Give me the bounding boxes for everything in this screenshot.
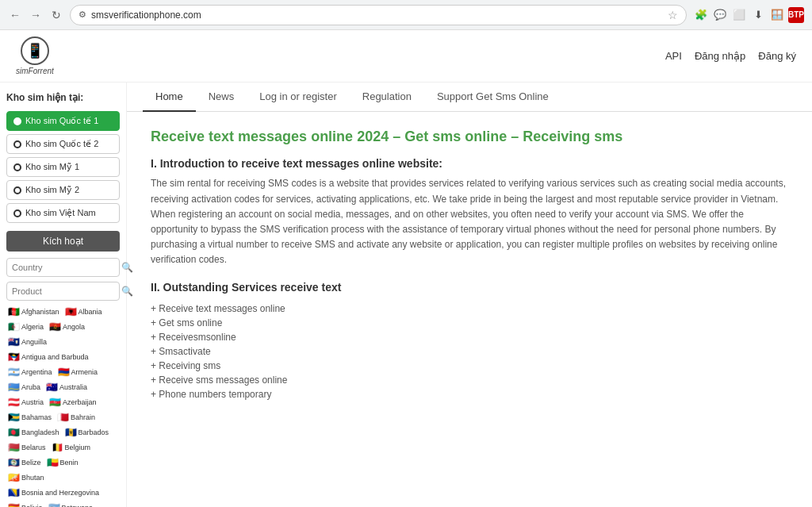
service-item: Phone numbers temporary <box>151 387 788 401</box>
flag-item[interactable]: 🇦🇲Armenia <box>56 366 100 378</box>
product-input[interactable] <box>12 286 121 296</box>
service-item: Receive sms messages online <box>151 373 788 387</box>
flag-emoji: 🇦🇫 <box>8 306 20 317</box>
flag-item[interactable]: 🇦🇹Austria <box>6 396 45 409</box>
section2-title: II. Outstanding Services receive text <box>151 281 788 294</box>
back-button[interactable]: ← <box>8 8 22 22</box>
flag-label: Belarus <box>21 444 46 451</box>
section1-title: I. Introduction to receive text messages… <box>151 157 788 170</box>
sim-radio-4 <box>13 209 21 217</box>
sim-option-4[interactable]: Kho sim Việt Nam <box>6 203 120 223</box>
download-icon[interactable]: ⬇ <box>750 7 766 23</box>
flag-label: Australia <box>59 383 87 391</box>
flag-label: Antigua and Barbuda <box>21 353 89 361</box>
window-icon[interactable]: 🪟 <box>769 7 785 23</box>
login-link[interactable]: Đăng nhập <box>695 50 745 62</box>
whatsapp-icon[interactable]: 💬 <box>712 7 728 23</box>
flag-emoji: 🇦🇮 <box>8 336 20 348</box>
flag-label: Bhutan <box>21 474 44 482</box>
flag-label: Albania <box>79 308 102 316</box>
site-logo: 📱 simForrent <box>16 36 54 75</box>
flag-emoji: 🇦🇺 <box>46 382 58 393</box>
flag-item[interactable]: 🇧🇹Bhutan <box>6 471 46 484</box>
reload-button[interactable]: ↻ <box>49 8 63 22</box>
service-item: Receive text messages online <box>151 302 788 316</box>
url-icon: ⚙ <box>79 10 86 20</box>
site-header: 📱 simForrent API Đăng nhập Đăng ký <box>0 30 812 83</box>
nav-tab[interactable]: Log in or register <box>247 83 350 112</box>
main-layout: Kho sim hiện tại: Kho sim Quốc tế 1 Kho … <box>0 83 812 507</box>
nav-tab[interactable]: Home <box>143 83 196 112</box>
flag-item[interactable]: 🇧🇿Belize <box>6 456 43 469</box>
flag-emoji: 🇦🇷 <box>8 367 20 378</box>
flag-item[interactable]: 🇦🇿Azerbaijan <box>48 396 98 409</box>
flag-item[interactable]: 🇧🇪Belgium <box>50 441 93 454</box>
flag-emoji: 🇧🇧 <box>65 427 77 438</box>
flag-item[interactable]: 🇦🇼Aruba <box>6 381 42 394</box>
sim-radio-1 <box>13 140 21 148</box>
flag-item[interactable]: 🇦🇬Antigua and Barbuda <box>6 351 90 363</box>
flag-emoji: 🇦🇴 <box>49 321 61 332</box>
flag-emoji: 🇧🇭 <box>57 412 69 423</box>
sidebar: Kho sim hiện tại: Kho sim Quốc tế 1 Kho … <box>0 83 127 507</box>
flag-item[interactable]: 🇧🇴Bolivia <box>6 501 44 507</box>
service-item: Get sms online <box>151 316 788 330</box>
flag-label: Austria <box>21 398 44 406</box>
product-search[interactable]: 🔍 <box>6 282 120 301</box>
flag-emoji: 🇧🇦 <box>8 487 20 498</box>
header-nav: API Đăng nhập Đăng ký <box>665 50 796 62</box>
article: Receive text messages online 2024 – Get … <box>127 112 812 417</box>
sim-label-4: Kho sim Việt Nam <box>25 208 96 218</box>
flag-emoji: 🇦🇬 <box>8 351 20 363</box>
flag-emoji: 🇦🇹 <box>8 397 20 408</box>
flag-item[interactable]: 🇧🇾Belarus <box>6 441 48 454</box>
country-input[interactable] <box>12 263 121 272</box>
browser-action-buttons: 🧩 💬 ⬜ ⬇ 🪟 BTP <box>693 7 804 23</box>
sim-option-0[interactable]: Kho sim Quốc tế 1 <box>6 111 120 131</box>
sim-option-1[interactable]: Kho sim Quốc tế 2 <box>6 134 120 154</box>
flag-item[interactable]: 🇧🇼Botswana <box>47 501 95 507</box>
service-item: Receiving sms <box>151 359 788 373</box>
api-link[interactable]: API <box>665 50 682 62</box>
flag-label: Benin <box>60 459 79 467</box>
tab-icon[interactable]: ⬜ <box>731 7 747 23</box>
content-area: HomeNewsLog in or registerRegulationSupp… <box>127 83 812 507</box>
flag-emoji: 🇦🇲 <box>58 367 70 378</box>
flag-item[interactable]: 🇩🇿Algeria <box>6 321 45 333</box>
url-bar[interactable]: ⚙ smsverificationphone.com ☆ <box>70 5 687 25</box>
flag-label: Armenia <box>71 368 98 376</box>
flag-item[interactable]: 🇧🇯Benin <box>45 456 80 469</box>
flag-emoji: 🇧🇩 <box>8 427 20 438</box>
flag-item[interactable]: 🇦🇷Argentina <box>6 366 54 378</box>
flag-item[interactable]: 🇦🇮Anguilla <box>6 336 48 348</box>
sim-option-2[interactable]: Kho sim Mỹ 1 <box>6 157 120 177</box>
flag-item[interactable]: 🇦🇱Albania <box>63 305 104 318</box>
flag-emoji: 🇧🇴 <box>8 502 20 507</box>
flag-item[interactable]: 🇧🇦Bosnia and Herzegovina <box>6 486 101 499</box>
nav-tab[interactable]: News <box>196 83 247 112</box>
article-title: Receive text messages online 2024 – Get … <box>151 128 788 146</box>
flag-item[interactable]: 🇦🇴Angola <box>48 321 86 333</box>
flag-item[interactable]: 🇧🇧Barbados <box>63 426 111 439</box>
sidebar-title: Kho sim hiện tại: <box>6 92 120 103</box>
flag-emoji: 🇩🇿 <box>8 321 20 332</box>
bookmark-icon[interactable]: ☆ <box>668 9 678 21</box>
forward-button[interactable]: → <box>29 8 43 22</box>
nav-tab[interactable]: Support Get Sms Online <box>424 83 561 112</box>
flag-item[interactable]: 🇦🇺Australia <box>44 381 89 394</box>
flag-item[interactable]: 🇧🇩Bangladesh <box>6 426 61 439</box>
flag-label: Algeria <box>21 323 44 331</box>
register-link[interactable]: Đăng ký <box>758 50 796 62</box>
flag-emoji: 🇧🇯 <box>47 457 59 468</box>
flag-item[interactable]: 🇧🇸Bahamas <box>6 411 53 424</box>
flag-item[interactable]: 🇦🇫Afghanistan <box>6 305 61 318</box>
flag-emoji: 🇧🇪 <box>52 442 63 453</box>
nav-tab[interactable]: Regulation <box>350 83 424 112</box>
profile-badge[interactable]: BTP <box>788 7 804 23</box>
extension-icon[interactable]: 🧩 <box>693 7 709 23</box>
flag-label: Bahamas <box>21 413 52 421</box>
sim-option-3[interactable]: Kho sim Mỹ 2 <box>6 180 120 200</box>
activate-button[interactable]: Kích hoạt <box>6 231 120 252</box>
country-search[interactable]: 🔍 <box>6 258 120 277</box>
flag-item[interactable]: 🇧🇭Bahrain <box>56 411 97 424</box>
